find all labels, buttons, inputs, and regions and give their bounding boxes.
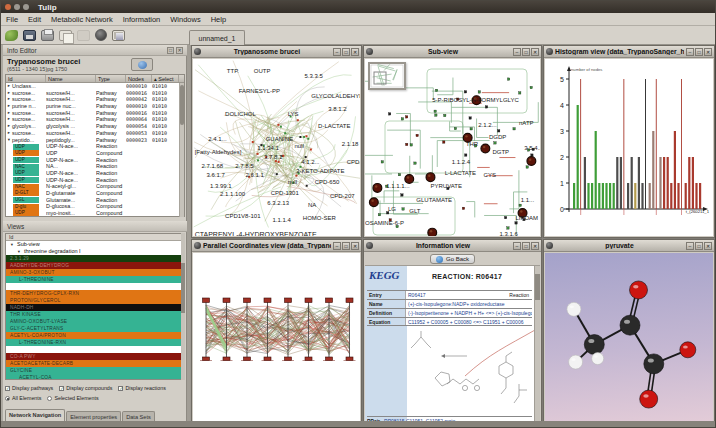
menu-help[interactable]: Help <box>211 15 226 24</box>
table-row[interactable]: ▾peptido...peptidogly...Pathway000002301… <box>6 137 184 144</box>
window-pyruvate[interactable]: pyruvate–□✕ <box>543 239 715 428</box>
record-icon[interactable] <box>95 29 107 41</box>
table-row[interactable]: ▸sucrose...sucrose/H...Pathway0000064010… <box>6 116 184 123</box>
molecule-3d-view[interactable] <box>545 253 713 427</box>
table-row[interactable]: NACNA...Reaction <box>6 163 184 170</box>
table-row[interactable]: D-gluD-glucosa...Compound <box>6 203 184 210</box>
views-row[interactable]: THR KINASE <box>6 311 184 318</box>
table-row[interactable]: UDPUDP-N-ace...Reaction <box>6 177 184 184</box>
table-row[interactable]: UDPUDP-N-ace...Reaction <box>6 143 184 150</box>
open-icon[interactable] <box>5 30 18 41</box>
graph-info-button[interactable] <box>131 58 153 71</box>
column-header-nodes[interactable]: Nodes <box>126 75 152 82</box>
tab-data-sets[interactable]: Data Sets <box>122 411 155 421</box>
maximize-button[interactable]: □ <box>695 48 703 56</box>
views-row[interactable]: AMINO-3-OXOBUT <box>6 269 184 276</box>
maximize-button[interactable]: □ <box>342 48 350 56</box>
minimize-button[interactable]: – <box>686 48 694 56</box>
maximize-button[interactable]: □ <box>522 48 530 56</box>
window-information-view[interactable]: Information view–□✕ Go Back KEGG REACTIO… <box>363 239 542 428</box>
close-button[interactable]: ✕ <box>351 48 359 56</box>
close-button[interactable]: ✕ <box>351 242 359 250</box>
table-row[interactable]: UGLGlutamate...Reaction <box>6 197 184 204</box>
close-button[interactable]: ✕ <box>531 48 539 56</box>
window-parallel-coordinates[interactable]: Parallel Coordinates view (data_TrypanoS… <box>191 239 362 428</box>
tab-element-properties[interactable]: Element properties <box>66 411 121 421</box>
views-row[interactable]: ACETOACETATE-DECARB <box>6 360 184 367</box>
tree-item-sub-view[interactable]: ▾Sub-view <box>6 241 184 248</box>
menu-file[interactable]: File <box>6 15 18 24</box>
column-header-type[interactable]: Type <box>96 75 126 82</box>
views-row[interactable]: 2.3.1.29 <box>6 255 184 262</box>
menu-information[interactable]: Information <box>123 15 161 24</box>
tab-network-navigation[interactable]: Network Navigation <box>5 409 65 421</box>
views-row[interactable]: THR-DEHYDROG-CPLX-RXN <box>6 290 184 297</box>
copy-icon[interactable] <box>59 30 72 41</box>
maximize-button[interactable]: □ <box>695 242 703 250</box>
minimize-button[interactable]: – <box>333 48 341 56</box>
table-row[interactable]: ▸glycolys...glycolysis ...Pathway0000054… <box>6 123 184 130</box>
minimize-button[interactable]: – <box>513 48 521 56</box>
table-row[interactable]: ▸sucrose...sucrose/H...Pathway0000016010… <box>6 90 184 97</box>
table-scrollbar[interactable] <box>179 83 184 217</box>
views-row[interactable]: GLY-C-ACETYLTRANS <box>6 325 184 332</box>
window-sub-view[interactable]: Sub-view–□✕ 5-P-RIBOSYL-N-FORMYLGLYC2.1.… <box>363 45 542 238</box>
window-histogram[interactable]: Histogram view (data_TrypanoSanger_hyper… <box>543 45 715 238</box>
snapshot-icon[interactable] <box>77 30 90 41</box>
radio-selected-elements[interactable]: Selected Elements <box>47 395 98 401</box>
views-row[interactable]: L-THREONINE-RXN <box>6 339 184 346</box>
panel-float-button[interactable]: □ <box>167 47 174 54</box>
table-row[interactable]: ▸sucrose...sucrose/H...Pathway0000016010… <box>6 110 184 117</box>
tab-unnamed-1[interactable]: unnamed_1 <box>189 30 245 45</box>
table-row[interactable]: NACN-acetyl-gl...Compound <box>6 183 184 190</box>
views-row[interactable]: CO-A PWY <box>6 353 184 360</box>
radio-all-elements[interactable]: All Elements <box>5 395 41 401</box>
checkbox-display-pathways[interactable]: ✓Display pathways <box>5 385 53 391</box>
views-row[interactable]: L-THREONINE <box>6 276 184 283</box>
maximize-button[interactable]: □ <box>522 242 530 250</box>
close-button[interactable]: ✕ <box>704 242 712 250</box>
menu-metabolic-network[interactable]: Metabolic Network <box>51 15 113 24</box>
minimize-button[interactable]: – <box>513 242 521 250</box>
table-row[interactable]: ▸sucrose...sucrose/H...Pathway0000042010… <box>6 96 184 103</box>
print-icon[interactable] <box>41 30 54 41</box>
maximize-button[interactable]: □ <box>342 242 350 250</box>
maximize-icon[interactable] <box>23 4 29 10</box>
checkbox-display-compounds[interactable]: ✓Display compounds <box>59 385 112 391</box>
column-header-id[interactable]: Id <box>6 75 46 82</box>
column-header-name[interactable]: Name <box>46 75 96 82</box>
table-row[interactable]: UDPUDPCompound <box>6 150 184 157</box>
column-header-select[interactable]: ▴ Select <box>152 75 179 82</box>
views-row[interactable]: GLYCINE <box>6 367 184 374</box>
views-row[interactable] <box>6 346 184 353</box>
minimize-button[interactable]: – <box>333 242 341 250</box>
table-row[interactable]: UDPUDP-N-ace...Reaction <box>6 157 184 164</box>
table-row[interactable]: ▸sucrose...sucrose/H...Pathway0000053010… <box>6 130 184 137</box>
table-row[interactable]: UDPUDP-N-ace...Reaction <box>6 170 184 177</box>
views-row[interactable]: AMINO-OXOBUT-LYASE <box>6 318 184 325</box>
views-row[interactable]: ACETYL-COA/PROTON <box>6 332 184 339</box>
table-row[interactable]: D-GLTD-glutamateCompound <box>6 190 184 197</box>
checkbox-display-reactions[interactable]: ✓Display reactions <box>118 385 165 391</box>
save-icon[interactable] <box>23 30 36 41</box>
window-trypanosome-brucei[interactable]: Trypanosome brucei–□✕ TTP.OUTP5.3.3.5FAR… <box>191 45 362 238</box>
views-row[interactable] <box>6 283 184 290</box>
views-row[interactable]: ACETYL-COA <box>6 374 184 380</box>
views-row[interactable]: PROTON/GLYCEROL <box>6 297 184 304</box>
minimize-button[interactable]: – <box>686 242 694 250</box>
tree-item-threonine-degradation-i[interactable]: ▾threonine degradation I <box>6 248 184 255</box>
close-icon[interactable] <box>5 4 11 10</box>
panel-close-button[interactable]: ✕ <box>176 47 183 54</box>
views-row[interactable]: AADEHYDE-DEHYDROG <box>6 262 184 269</box>
close-button[interactable]: ✕ <box>704 48 712 56</box>
minimize-icon[interactable] <box>14 4 20 10</box>
table-row[interactable]: ▸purine n...purine nuc...Pathway00000100… <box>6 103 184 110</box>
views-scrollbar[interactable] <box>180 233 185 380</box>
views-row[interactable]: NADH-DH <box>6 304 184 311</box>
overview-inset[interactable] <box>368 62 406 90</box>
go-back-button[interactable]: Go Back <box>430 254 475 264</box>
close-button[interactable]: ✕ <box>531 242 539 250</box>
menu-edit[interactable]: Edit <box>28 15 41 24</box>
menu-windows[interactable]: Windows <box>170 15 200 24</box>
image-icon[interactable] <box>112 30 125 41</box>
